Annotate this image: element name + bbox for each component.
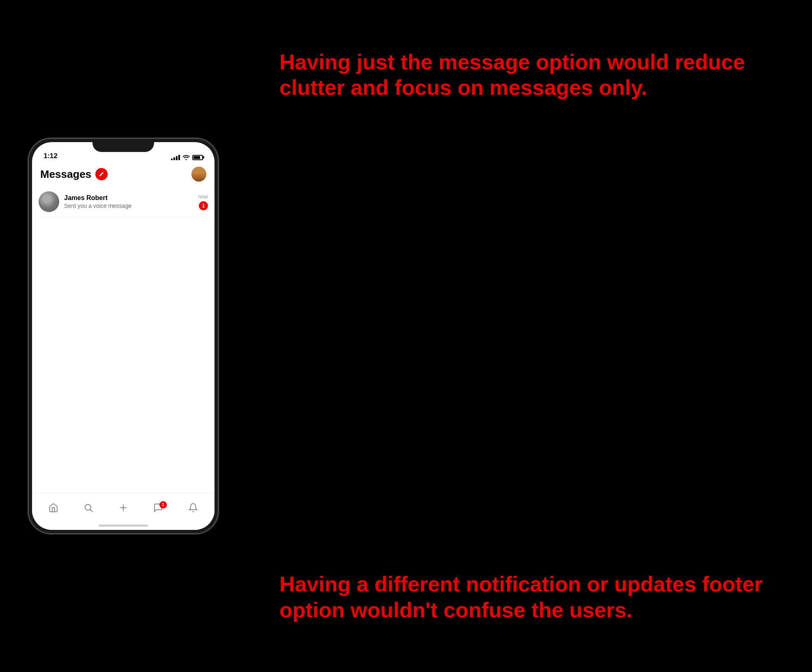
user-avatar[interactable]: [191, 167, 206, 182]
messages-title: Messages: [40, 168, 91, 181]
annotation-panel: Having just the message option would red…: [247, 0, 812, 672]
wifi-icon: [182, 154, 190, 160]
sender-name: James Robert: [64, 194, 193, 202]
annotation-bottom-text: Having a different notification or updat…: [279, 571, 787, 623]
phone-screen: 1:12: [32, 142, 215, 530]
message-badge: 1: [199, 201, 208, 210]
message-meta: now 1: [198, 193, 208, 210]
phone-panel: 1:12: [0, 0, 247, 672]
signal-icon: [171, 155, 180, 160]
message-content: James Robert Sent you a voice message: [64, 194, 193, 209]
message-preview: Sent you a voice message: [64, 203, 193, 209]
app-header: Messages: [32, 163, 215, 186]
status-icons: [171, 154, 203, 160]
annotation-top: Having just the message option would red…: [279, 33, 787, 101]
home-bar: [99, 525, 148, 527]
edit-icon[interactable]: [95, 168, 108, 180]
nav-home[interactable]: [43, 503, 64, 513]
annotation-bottom: Having a different notification or updat…: [279, 571, 787, 639]
message-time: now: [198, 193, 208, 200]
battery-icon: [192, 155, 203, 160]
svg-line-1: [90, 509, 93, 512]
annotation-top-text: Having just the message option would red…: [279, 49, 787, 101]
nav-notifications[interactable]: [183, 503, 203, 513]
phone-mockup: 1:12: [29, 139, 218, 533]
sender-avatar: [39, 191, 59, 212]
nav-new[interactable]: [113, 503, 134, 513]
nav-search[interactable]: [78, 503, 99, 513]
header-left: Messages: [40, 168, 108, 181]
phone-notch: [92, 139, 154, 152]
messages-badge: 1: [159, 501, 167, 509]
message-list: James Robert Sent you a voice message no…: [32, 186, 215, 493]
message-item[interactable]: James Robert Sent you a voice message no…: [39, 186, 208, 217]
status-time: 1:12: [44, 152, 58, 160]
nav-messages[interactable]: 1: [148, 503, 168, 513]
